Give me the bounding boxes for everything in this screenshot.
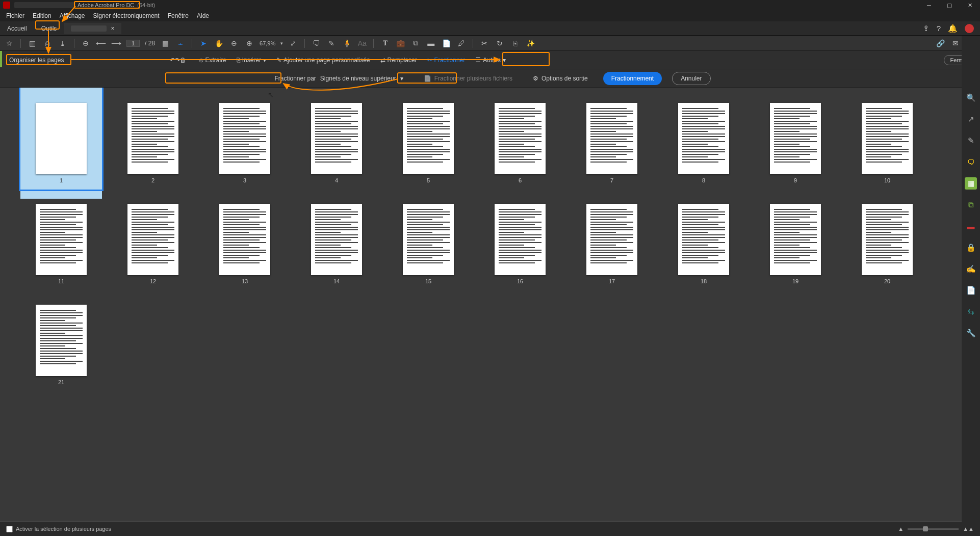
edit-text-icon[interactable]: 𝐓 — [380, 38, 390, 48]
split-action-button[interactable]: Fractionnement — [603, 72, 662, 85]
zoom-minus-icon[interactable]: ⊖ — [229, 38, 239, 48]
thumbnail-scroll-area[interactable]: 123456789101112131415161718192021 — [0, 88, 962, 521]
menu-fenetre[interactable]: Fenêtre — [164, 11, 193, 20]
arrow-tool-icon[interactable]: ➤ — [198, 38, 209, 48]
briefcase-icon[interactable]: 💼 — [395, 38, 405, 48]
insert-button[interactable]: ⎘ Insérer ▾ — [231, 55, 271, 66]
page-thumbnail[interactable]: 16 — [495, 204, 546, 284]
page-thumbnail[interactable]: 4 — [311, 103, 362, 183]
page-thumbnail[interactable]: 11 — [36, 204, 87, 284]
page-thumbnail[interactable]: 2 — [127, 103, 178, 183]
output-options-button[interactable]: ⚙ Options de sortie — [528, 73, 593, 84]
multi-select-checkbox[interactable] — [6, 526, 13, 532]
rail-redact-icon[interactable]: ▬ — [965, 220, 977, 232]
print-icon[interactable]: ⎙ — [42, 38, 53, 48]
page-thumbnail[interactable]: 18 — [678, 204, 729, 284]
split-by-dropdown[interactable]: Fractionner par Signets de niveau supéri… — [269, 73, 408, 84]
menu-fichier[interactable]: Fichier — [2, 11, 29, 20]
crop-icon[interactable]: ⧉ — [410, 38, 421, 48]
rotate-icon[interactable]: ↻ — [495, 38, 505, 48]
zoom-out-icon[interactable]: ⊖ — [81, 38, 91, 48]
more-button[interactable]: ☰ Autres ▾ — [470, 55, 511, 66]
page-thumbnail[interactable]: 12 — [127, 204, 178, 284]
tab-document[interactable]: × — [64, 23, 121, 34]
delete-icon[interactable]: 🗑 — [180, 57, 186, 64]
page-thumbnail[interactable]: 17 — [586, 204, 637, 284]
fit-icon[interactable]: ⤢ — [288, 38, 298, 48]
page-thumbnail[interactable]: 19 — [770, 204, 821, 284]
prev-page-icon[interactable]: ⟵ — [96, 38, 106, 48]
tab-close-icon[interactable]: × — [111, 25, 114, 32]
split-button[interactable]: ✂ Fractionner — [422, 55, 471, 66]
link-icon[interactable]: 🔗 — [935, 38, 945, 48]
rail-comment-icon[interactable]: 🗨 — [965, 156, 977, 168]
menu-edition[interactable]: Edition — [29, 11, 56, 20]
page-thumbnail[interactable]: 8 — [678, 103, 729, 183]
stamp-icon[interactable]: 🧍 — [342, 38, 352, 48]
page-input[interactable] — [126, 40, 140, 47]
add-custom-page-button[interactable]: ✎ Ajouter une page personnalisée — [271, 55, 375, 66]
page-thumbnail[interactable]: 3 — [219, 103, 270, 183]
highlight-icon[interactable]: ✎ — [326, 38, 337, 48]
extract-icon[interactable]: ⎘ — [510, 38, 520, 48]
rail-organize-icon[interactable]: ▦ — [965, 177, 977, 190]
tab-tools[interactable]: Outils — [34, 23, 64, 34]
page-thumbnail[interactable]: 5 — [403, 103, 454, 183]
clean-icon[interactable]: ✨ — [525, 38, 535, 48]
page-thumbnail[interactable]: 21 — [36, 305, 87, 385]
more-tool-icon[interactable]: 🖊 — [456, 38, 467, 48]
redact-icon[interactable]: ▬ — [426, 38, 436, 48]
window-close-button[interactable]: ✕ — [960, 0, 980, 10]
star-icon[interactable]: ☆ — [4, 38, 14, 48]
hand-tool-icon[interactable]: ✋ — [214, 38, 224, 48]
save-icon[interactable]: ⤓ — [58, 38, 68, 48]
page-total: / 28 — [145, 40, 155, 47]
window-maximize-button[interactable]: ▢ — [939, 0, 960, 10]
menu-aide[interactable]: Aide — [193, 11, 213, 20]
sidepanel-icon[interactable]: ▥ — [27, 38, 37, 48]
share-icon[interactable]: ⇪ — [923, 24, 930, 33]
thumbnails-icon[interactable]: ▦ — [160, 38, 170, 48]
rail-more-icon[interactable]: 🔧 — [965, 327, 977, 339]
rotate-left-icon[interactable]: ↶ — [170, 57, 175, 64]
rail-edit-icon[interactable]: ✎ — [965, 135, 977, 147]
page-thumbnail[interactable]: 13 — [219, 204, 270, 284]
page-thumbnail[interactable]: 14 — [311, 204, 362, 284]
page-thumbnail[interactable]: 10 — [862, 103, 913, 183]
rail-sign-icon[interactable]: ✍ — [965, 263, 977, 275]
bell-icon[interactable]: 🔔 — [948, 24, 958, 33]
page-thumbnail[interactable]: 9 — [770, 103, 821, 183]
rotate-right-icon[interactable]: ↷ — [175, 57, 180, 64]
rail-combine-icon[interactable]: ⧉ — [965, 199, 977, 211]
zoom-plus-icon[interactable]: ⊕ — [244, 38, 254, 48]
help-icon[interactable]: ? — [937, 24, 941, 33]
split-multiple-button[interactable]: 📄 Fractionner plusieurs fichiers — [419, 73, 518, 84]
select-icon[interactable]: ⫠ — [175, 38, 186, 48]
comment-icon[interactable]: 🗨 — [311, 38, 321, 48]
menu-signer[interactable]: Signer électroniquement — [89, 11, 164, 20]
next-page-icon[interactable]: ⟶ — [111, 38, 121, 48]
account-avatar[interactable] — [965, 24, 974, 33]
rail-compare-icon[interactable]: ⇆ — [965, 306, 977, 318]
page-thumbnail[interactable]: 1 — [20, 88, 102, 199]
thumbnail-zoom-slider[interactable]: ▲ ▲▲ — [898, 526, 974, 532]
zoom-level[interactable]: 67,9% — [260, 40, 275, 46]
rail-optimize-icon[interactable]: 📄 — [965, 284, 977, 297]
page-thumbnail[interactable]: 6 — [495, 103, 546, 183]
mail-icon[interactable]: ✉ — [950, 38, 961, 48]
extract-button[interactable]: ⎋ Extraire — [194, 55, 231, 66]
menu-affichage[interactable]: Affichage — [56, 11, 89, 20]
page-thumbnail[interactable]: 7 — [586, 103, 637, 183]
rail-export-icon[interactable]: ↗ — [965, 113, 977, 125]
tab-home[interactable]: Accueil — [0, 23, 34, 34]
replace-button[interactable]: ⇄ Remplacer — [375, 55, 422, 66]
page-thumbnail[interactable]: 20 — [862, 204, 913, 284]
page-icon[interactable]: 📄 — [441, 38, 451, 48]
rail-search-icon[interactable]: 🔍 — [965, 92, 977, 104]
cancel-button[interactable]: Annuler — [672, 72, 710, 85]
window-minimize-button[interactable]: ─ — [919, 0, 939, 10]
scissors-icon[interactable]: ✂ — [479, 38, 489, 48]
page-thumbnail[interactable]: 15 — [403, 204, 454, 284]
rail-protect-icon[interactable]: 🔒 — [965, 242, 977, 254]
text-icon[interactable]: Aa — [357, 38, 367, 48]
